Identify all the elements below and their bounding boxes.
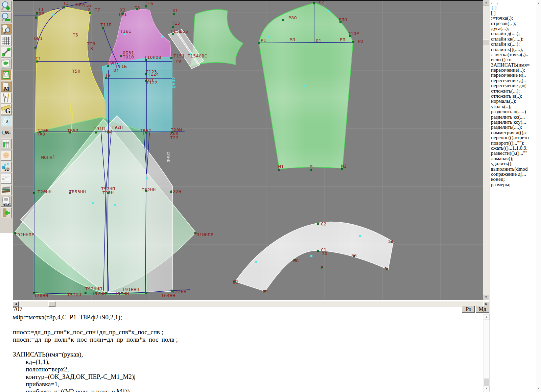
command-list-item[interactable]: :=метка(точка(,).. [490,52,536,57]
g-letter-icon[interactable]: G [1,104,11,115]
view-3d-icon[interactable]: 3D [1,162,11,172]
canvas-hscroll-thumb[interactable] [48,301,55,307]
command-list-item[interactable]: разделить(....); [490,125,536,130]
alg-document-icon[interactable]: ALG [1,196,11,207]
grid-icon[interactable] [1,35,11,46]
editor-line[interactable]: ппосп:=дл_пр_полн*к_пос_полн+дл_пр_полв*… [13,336,178,343]
exit-door-icon[interactable] [1,207,11,218]
command-list-item[interactable]: сжать(()...1.1.0.9. [490,146,536,151]
point-marker[interactable] [282,20,284,21]
code-editor[interactable]: 707 м8р:=метка(т8р,4,С_Р1_Т8Р.ф2+90,2,1)… [0,300,490,392]
point-marker[interactable] [313,3,315,4]
md-button[interactable]: Мд [476,306,489,313]
command-list-item[interactable]: симметрия л((),с [490,130,536,135]
point-marker[interactable] [36,17,37,19]
canvas-vscroll-down-icon[interactable]: ▼ [483,295,489,300]
command-list-item[interactable]: :=точка(,); [490,16,536,21]
measure-segment-icon[interactable] [1,47,11,57]
books-icon[interactable] [1,185,11,195]
editor-lines[interactable]: м8р:=метка(т8р,4,С_Р1_Т8Р.ф2+90,2,1);ппо… [13,314,178,392]
command-list-item[interactable]: сопряжение д(... [490,172,536,177]
point-marker[interactable] [120,55,122,57]
command-list-scroll-up-icon[interactable]: ▲ [536,1,541,6]
zoom-in-icon[interactable] [1,1,11,11]
command-list-item[interactable]: нормаль(..); [490,99,536,104]
pattern-piece-icon[interactable] [1,70,11,80]
aux-point-marker[interactable] [327,10,329,12]
editor-line[interactable]: ЗАПИСАТЬ(имя=(рукав), [13,351,178,358]
command-list-item[interactable]: размеры; [490,182,536,187]
command-list-item[interactable]: ЗАПИСАТЬ(имя= [490,63,536,68]
aux-point-marker[interactable] [267,36,269,38]
command-list-item[interactable]: := ; [490,0,536,5]
aux-point-marker[interactable] [161,35,163,38]
command-list-item[interactable]: перенос((),отрезо [490,135,536,140]
command-list-item[interactable]: отложить(...); [490,89,536,94]
aux-point-marker[interactable] [146,177,148,179]
command-list-scroll-track[interactable] [536,0,541,392]
point-marker[interactable] [310,169,312,171]
aux-point-marker[interactable] [310,255,312,257]
command-list-item[interactable]: отрезок( , ); [490,21,536,26]
command-list-item[interactable]: пересечение н(.. [490,73,536,78]
command-list-item[interactable]: сплайн к(....); [490,42,536,47]
command-list-item[interactable]: пересечение д(.. [490,78,536,83]
model-photo-icon[interactable] [1,150,11,161]
point-marker[interactable] [102,28,104,29]
command-list-item[interactable]: пересечение(..); [490,68,536,73]
command-list-item[interactable]: сплайн кк(.....); [490,36,536,42]
command-list-item[interactable]: { } [490,5,536,10]
command-list-item[interactable]: выполнить(dmod [490,167,536,172]
canvas-hscroll-track[interactable] [19,301,483,307]
editor-vscroll-up-icon[interactable]: ▲ [484,314,490,320]
command-list-item[interactable]: разделить кс(.... [490,115,536,120]
editor-line[interactable]: прибавка_у=((М2,подг_р,подг_р,М1)), [13,388,178,392]
command-list-item[interactable]: сплайн д(....); [490,31,536,36]
point-marker[interactable] [279,169,280,171]
point-marker[interactable] [95,132,97,133]
point-marker[interactable] [342,169,343,170]
point-marker[interactable] [145,292,147,294]
command-list-item[interactable]: ломаная(); [490,156,536,161]
editor-line[interactable]: ппосс:=дл_пр_спн*к_пос_спн+дл_пр_спв*к_п… [13,328,178,336]
command-list-item[interactable]: пересечение дн( [490,83,536,88]
editor-vscroll-down-icon[interactable]: ▼ [484,386,490,391]
command-list-item[interactable]: конец; [490,177,536,182]
command-list-item[interactable]: развести((),()..,"" [490,151,536,156]
editor-line[interactable]: кд=(1,1), [13,358,178,366]
aux-point-marker[interactable] [92,202,94,204]
point-marker[interactable] [85,292,87,294]
point-marker[interactable] [35,48,37,49]
command-list-item[interactable]: разделить ксу(... [490,120,536,125]
drafting-tools-icon[interactable]: A [1,93,11,103]
editor-line[interactable]: полотно=верх2, [13,366,178,373]
point-marker[interactable] [33,193,35,194]
editor-vscroll-thumb[interactable] [484,378,489,386]
aux-point-marker[interactable] [114,204,116,206]
point-marker[interactable] [89,12,91,14]
point-marker[interactable] [173,13,175,15]
command-list-item[interactable]: отложить в(..); [490,94,536,99]
pattern-m-icon[interactable]: M [1,81,11,92]
canvas-hscroll-left-icon[interactable]: ◀ [13,301,19,307]
canvas-vscroll-up-icon[interactable]: ▲ [483,0,489,5]
command-list-item[interactable]: сплайн к[](....); [490,47,536,52]
point-marker[interactable] [317,223,319,225]
aux-point-marker[interactable] [255,261,257,263]
point-marker[interactable] [317,250,319,252]
editor-line[interactable]: прибавка=1, [13,381,178,388]
editor-line[interactable]: контур=(ОК_ЗАД,ОК_ПЕР,-С_М1_М2), [13,373,178,381]
aux-point-marker[interactable] [304,85,306,87]
pattern-canvas[interactable]: Т1ТОРОБ1Т3ОБ2Т52ХТ7Т5ТТ8Т8Т11ПТ50Т1Х2Т91… [13,0,483,300]
point-marker[interactable] [171,57,172,59]
point-marker[interactable] [172,26,174,28]
size-table-icon[interactable] [1,139,11,149]
command-list-item[interactable]: поворот(()...""); [490,141,536,146]
command-list-item[interactable]: разделить н(.....) [490,109,536,114]
i66-label[interactable]: i_66. [1,127,11,138]
editor-line[interactable]: м8р:=метка(т8р,4,С_Р1_Т8Р.ф2+90,2,1); [13,314,178,321]
canvas-vscroll-thumb[interactable] [483,40,489,45]
point-marker[interactable] [63,7,65,8]
document-list-icon[interactable] [1,173,11,184]
rz-button[interactable]: Рз [462,306,475,313]
